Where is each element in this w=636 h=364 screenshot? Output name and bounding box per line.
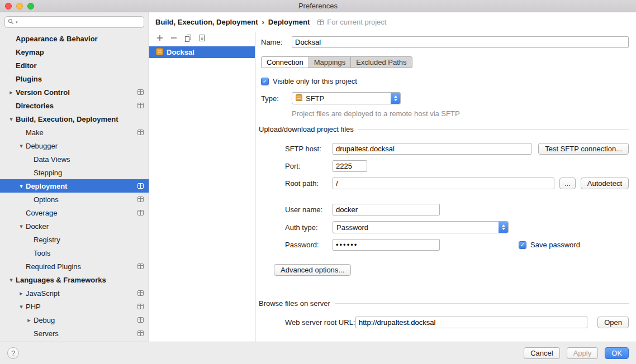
advanced-options-button[interactable]: Advanced options... [274,264,351,276]
remove-server-button[interactable] [170,34,178,42]
breadcrumb-section[interactable]: Build, Execution, Deployment [155,18,258,26]
sidebar-item-required-plugins[interactable]: Required Plugins [0,260,149,273]
name-input[interactable] [292,36,629,48]
open-button[interactable]: Open [597,317,629,328]
sidebar-item-docker[interactable]: ▾Docker [0,219,149,233]
browse-root-path-button[interactable]: ... [559,178,576,189]
sidebar-item-php[interactable]: ▾PHP [0,300,149,313]
sidebar-item-stepping[interactable]: Stepping [0,166,149,179]
sidebar-item-appearance-behavior[interactable]: Appearance & Behavior [0,32,149,45]
web-root-label: Web server root URL: [285,318,355,327]
sftp-host-input[interactable] [333,143,531,155]
search-box[interactable]: ▾ [4,16,144,28]
copy-server-button[interactable] [184,34,192,42]
title-bar: Preferences [0,0,636,12]
upload-section-header: Upload/download project files [259,125,629,133]
sidebar-item-label: Docker [26,222,49,231]
search-input[interactable] [20,18,141,26]
per-project-icon [137,317,144,323]
sidebar-item-coverage[interactable]: Coverage [0,206,149,219]
port-row: Port: [285,160,636,172]
sidebar-item-javascript[interactable]: ▸JavaScript [0,286,149,300]
settings-sidebar: ▾ Appearance & Behavior Keymap Editor Pl… [0,12,149,342]
server-list-item[interactable]: Docksal [149,46,255,58]
root-path-input[interactable] [333,178,554,189]
per-project-icon [137,197,144,202]
visible-only-checkbox[interactable]: ✓ [261,78,269,85]
deployment-detail-pane: Name: Connection Mappings Excluded Paths… [255,32,636,342]
combo-stepper[interactable] [391,93,400,104]
port-label: Port: [285,162,333,170]
chevron-right-icon[interactable]: ▸ [25,317,34,324]
sidebar-item-directories[interactable]: Directories [0,99,149,112]
cancel-button[interactable]: Cancel [524,347,559,359]
sidebar-item-options[interactable]: Options [0,193,149,206]
sidebar-item-editor[interactable]: Editor [0,59,149,72]
web-root-row: Web server root URL: Open [285,317,629,328]
tab-connection[interactable]: Connection [261,56,309,68]
sidebar-item-plugins[interactable]: Plugins [0,72,149,85]
web-root-input[interactable] [355,317,587,328]
zoom-button[interactable] [27,3,34,9]
sftp-type-icon [296,94,302,103]
tab-excluded-paths[interactable]: Excluded Paths [350,56,412,68]
sftp-host-row: SFTP host: Test SFTP connection... [285,143,629,155]
sidebar-item-label: Stepping [34,169,62,177]
server-list-toolbar [149,32,255,44]
add-server-button[interactable] [156,34,164,42]
sidebar-item-tools[interactable]: Tools [0,246,149,260]
auth-type-dropdown[interactable]: Password [333,221,509,233]
search-options-chevron-icon[interactable]: ▾ [16,20,18,25]
sidebar-item-debug[interactable]: ▸Debug [0,313,149,327]
tab-label: Connection [267,58,303,66]
per-project-icon [137,130,144,135]
type-dropdown[interactable]: SFTP [292,92,401,104]
chevron-down-icon[interactable]: ▾ [17,142,26,150]
password-input[interactable] [333,239,440,251]
save-password-checkbox[interactable]: ✓ [519,241,526,249]
minimize-button[interactable] [16,3,23,9]
document-download-icon[interactable] [198,34,206,42]
content-area: Build, Execution, Deployment › Deploymen… [149,12,636,342]
sidebar-item-version-control[interactable]: ▸Version Control [0,85,149,99]
user-name-input[interactable] [333,204,440,215]
sidebar-item-languages-frameworks[interactable]: ▾Languages & Frameworks [0,273,149,286]
sidebar-item-build-execution-deployment[interactable]: ▾Build, Execution, Deployment [0,112,149,126]
sidebar-item-deployment[interactable]: ▾Deployment [0,179,149,193]
sidebar-item-servers[interactable]: Servers [0,327,149,340]
sidebar-item-label: Build, Execution, Deployment [16,115,118,123]
ok-button[interactable]: OK [605,347,629,359]
per-project-icon [137,331,144,336]
combo-stepper[interactable] [499,222,508,233]
apply-button[interactable]: Apply [567,347,599,359]
sidebar-item-make[interactable]: Make [0,126,149,139]
tab-mappings[interactable]: Mappings [308,56,351,68]
per-project-icon [137,210,144,215]
sidebar-item-data-views[interactable]: Data Views [0,152,149,166]
project-scope: For current project [317,18,386,26]
sidebar-item-label: Appearance & Behavior [16,35,98,43]
per-project-icon [137,103,144,108]
detail-tabs: Connection Mappings Excluded Paths [261,56,636,68]
chevron-down-icon[interactable]: ▾ [17,183,26,190]
close-button[interactable] [5,3,12,9]
section-divider [358,129,629,130]
chevron-right-icon[interactable]: ▸ [7,89,16,96]
chevron-down-icon[interactable]: ▾ [7,116,16,123]
chevron-right-icon[interactable]: ▸ [17,290,26,297]
sidebar-item-keymap[interactable]: Keymap [0,45,149,59]
sidebar-item-label: Make [26,128,44,137]
port-input[interactable] [333,160,367,172]
test-sftp-connection-button[interactable]: Test SFTP connection... [538,143,629,155]
sidebar-item-debugger[interactable]: ▾Debugger [0,139,149,152]
chevron-down-icon[interactable]: ▾ [17,223,26,230]
sidebar-item-label: Keymap [16,48,44,56]
chevron-down-icon[interactable]: ▾ [7,276,16,284]
sidebar-item-registry[interactable]: Registry [0,233,149,246]
save-password-group: ✓ Save password [519,241,580,249]
chevron-down-icon[interactable]: ▾ [17,303,26,310]
server-list: Docksal [149,46,255,58]
autodetect-button[interactable]: Autodetect [581,178,629,189]
sidebar-item-label: Debugger [26,142,58,150]
help-button[interactable]: ? [7,347,19,359]
